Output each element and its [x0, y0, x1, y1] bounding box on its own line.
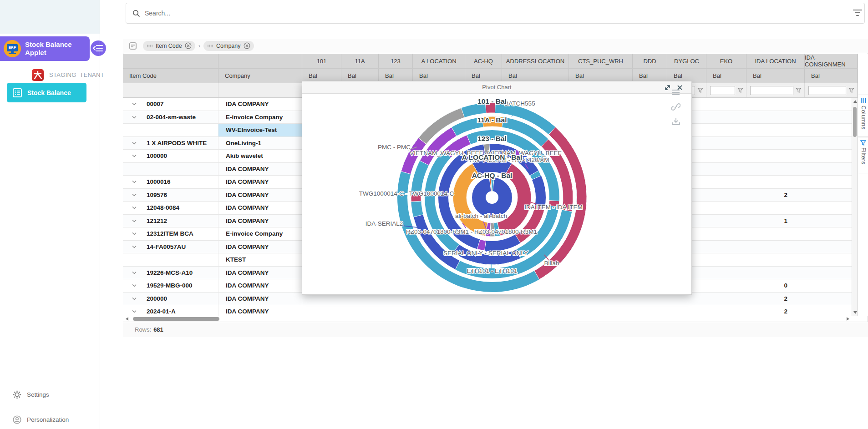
drag-handle-icon: [207, 44, 213, 48]
item-code-cell: 1 X AIRPODS WHITE: [147, 137, 218, 150]
group-header-123[interactable]: 123: [379, 54, 413, 68]
company-cell[interactable]: IDA COMPANY: [218, 215, 302, 227]
group-header-ac-hq[interactable]: AC-HQ: [465, 54, 502, 68]
chart-point-label: RZ03-04701800-R3M1 - RZ03-04701800-R3M1: [406, 228, 537, 235]
scroll-left-arrow[interactable]: [126, 317, 128, 321]
status-bar: Rows: 681: [123, 322, 868, 337]
chevron-down-icon[interactable]: [132, 310, 137, 313]
chevron-down-icon[interactable]: [132, 141, 137, 145]
pivot-chip-company[interactable]: Company: [203, 41, 254, 51]
tenant-row[interactable]: STAGING_TENANT: [32, 69, 100, 81]
pivot-chip-item-code[interactable]: Item Code: [143, 41, 195, 51]
chart-point-label: SERIAL ONLY - SERIAL ONLY: [443, 250, 528, 257]
chevron-down-icon[interactable]: [132, 116, 137, 119]
filter-funnel-icon[interactable]: [796, 87, 802, 93]
group-header-empty: [218, 54, 302, 68]
chevron-down-icon[interactable]: [132, 297, 137, 300]
chevron-down-icon[interactable]: [132, 193, 137, 197]
chevron-down-icon[interactable]: [132, 180, 137, 183]
tab-filters-label: Filters: [860, 147, 867, 165]
chart-link-icon[interactable]: [671, 102, 680, 111]
chart-menu-icon[interactable]: [671, 88, 680, 97]
company-cell[interactable]: OneLiving-1: [218, 137, 302, 150]
filter-funnel-icon[interactable]: [848, 87, 854, 93]
scroll-right-arrow[interactable]: [847, 317, 849, 321]
company-cell[interactable]: Akib wavelet: [218, 150, 302, 162]
group-header-ida-location[interactable]: IDA LOCATION: [746, 54, 805, 68]
bal-value-cell: 2: [746, 293, 787, 305]
chevron-down-icon[interactable]: [132, 219, 137, 222]
vertical-scroll-thumb[interactable]: [853, 107, 857, 137]
chevron-down-icon[interactable]: [132, 102, 137, 106]
company-cell[interactable]: IDA COMPANY: [218, 202, 302, 214]
chart-download-icon[interactable]: [671, 117, 680, 126]
group-header-a-location[interactable]: A LOCATION: [413, 54, 465, 68]
filter-input[interactable]: [808, 86, 846, 95]
tab-columns[interactable]: Columns: [858, 95, 868, 136]
group-header-11a[interactable]: 11A: [341, 54, 379, 68]
app-title: Stock Balance Applet: [25, 40, 72, 57]
group-header-addresslocation[interactable]: ADDRESSLOCATION: [502, 54, 569, 68]
sidebar-item-stock-balance[interactable]: Stock Balance: [7, 83, 86, 102]
company-cell[interactable]: WV-EInvoice-Test: [218, 124, 302, 136]
chevron-down-icon[interactable]: [132, 232, 137, 235]
sidebar-item-settings[interactable]: Settings: [13, 389, 99, 400]
company-cell[interactable]: IDA COMPANY: [218, 163, 302, 176]
chevron-down-icon[interactable]: [132, 154, 137, 157]
company-cell[interactable]: IDA COMPANY: [218, 189, 302, 202]
chart-point-label: ali-batch - ali-batch: [455, 212, 507, 219]
company-cell[interactable]: IDA COMPANY: [218, 241, 302, 253]
chip-label: Company: [216, 43, 241, 49]
column-header-item-code[interactable]: Item Code: [123, 69, 218, 83]
modal-header[interactable]: Pivot Chart: [302, 81, 691, 94]
sidebar-top-block: [0, 0, 100, 34]
company-cell[interactable]: IDA COMPANY: [218, 293, 302, 305]
filter-funnel-icon[interactable]: [737, 87, 743, 93]
company-cell[interactable]: E-invoice Company: [218, 227, 302, 240]
group-header-ida-consignmen[interactable]: IDA-CONSIGNMEN: [805, 54, 858, 68]
tab-filters[interactable]: Filters: [858, 137, 868, 173]
filter-input[interactable]: [710, 86, 735, 95]
vertical-scrollbar[interactable]: [852, 98, 858, 316]
chevron-down-icon[interactable]: [132, 271, 137, 274]
rows-count: 681: [153, 326, 163, 333]
company-cell[interactable]: E-invoice Company: [218, 111, 302, 124]
chevron-down-icon[interactable]: [132, 284, 137, 287]
filter-funnel-icon[interactable]: [697, 87, 703, 93]
subheader-bal[interactable]: Bal: [805, 69, 858, 83]
sidebar-item-personalization[interactable]: Personalization: [13, 414, 99, 425]
chip-remove-icon[interactable]: [185, 42, 192, 49]
expand-icon[interactable]: [664, 84, 671, 91]
subheader-bal[interactable]: Bal: [706, 69, 746, 83]
scroll-down-arrow[interactable]: [853, 311, 857, 314]
pivot-chart-canvas[interactable]: BATCH555VIETNAM_WAGYU_BEEF - VIETNAM_WAG…: [302, 94, 691, 294]
company-cell[interactable]: IDA COMPANY: [218, 279, 302, 292]
group-header-dygloc[interactable]: DYGLOC: [667, 54, 706, 68]
fields-chooser-icon[interactable]: [129, 42, 137, 50]
chevron-down-icon[interactable]: [132, 245, 137, 248]
scroll-up-arrow[interactable]: [853, 100, 857, 103]
chip-remove-icon[interactable]: [244, 42, 250, 49]
app-logo-icon: ERP: [4, 40, 21, 57]
company-cell[interactable]: IDA COMPANY: [218, 176, 302, 188]
sidebar-collapse-button[interactable]: [91, 40, 106, 56]
chevron-down-icon[interactable]: [132, 206, 137, 209]
app-header: ERP Stock Balance Applet: [0, 36, 90, 61]
filter-input[interactable]: [750, 86, 793, 95]
bal-value-cell: 1: [746, 215, 787, 227]
column-header-company[interactable]: Company: [218, 69, 302, 83]
search-bar[interactable]: Search...: [126, 3, 865, 24]
filter-list-icon[interactable]: [853, 9, 862, 16]
group-header-cts-puc-wrh[interactable]: CTS_PUC_WRH: [569, 54, 633, 68]
company-cell[interactable]: KTEST: [218, 253, 302, 266]
subheader-bal[interactable]: Bal: [746, 69, 805, 83]
chart-point-label: TWG1000014-C - TWG1000014-C: [359, 190, 454, 197]
group-header-101[interactable]: 101: [302, 54, 341, 68]
horizontal-scrollbar[interactable]: [123, 316, 858, 322]
group-header-ddd[interactable]: DDD: [633, 54, 667, 68]
company-cell[interactable]: IDA COMPANY: [218, 267, 302, 279]
group-header-eko[interactable]: EKO: [706, 54, 746, 68]
horizontal-scroll-thumb[interactable]: [133, 317, 219, 321]
company-cell[interactable]: IDA COMPANY: [218, 98, 302, 111]
filter-cell-eko: [706, 83, 746, 97]
